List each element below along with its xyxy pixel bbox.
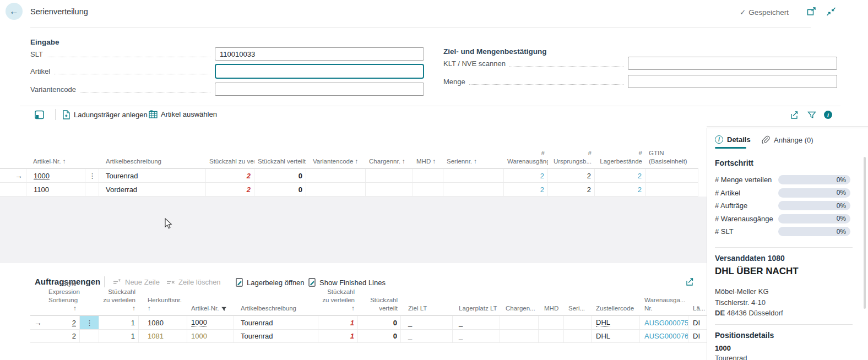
position-beschreibung: Tourenrad: [715, 354, 747, 360]
column-header[interactable]: Herkunftsnr. ↑: [139, 296, 187, 315]
column-header[interactable]: Lä...: [688, 304, 707, 315]
neue-zeile-label: Neue Zeile: [125, 278, 160, 286]
document-add-icon: [62, 110, 70, 119]
slt-label: SLT: [30, 50, 43, 58]
column-header[interactable]: # Warenausgänge: [504, 149, 548, 168]
table-row[interactable]: 1100 Vorderrad 2 0 2 2 2: [0, 183, 698, 197]
column-header[interactable]: Variantencode ↑: [306, 157, 366, 168]
table-row[interactable]: → 2 ⋮ 1 1080 1000 Tourenrad 1 0 _ _ DHL …: [30, 316, 707, 330]
column-header[interactable]: MHD: [539, 304, 564, 315]
lagerbeleg-oeffnen-button[interactable]: Lagerbeleg öffnen: [236, 278, 305, 287]
klt-label: KLT / NVE scannen: [443, 59, 506, 68]
column-header[interactable]: Stückzahl zu verteilen: [206, 157, 254, 168]
klt-nve-input[interactable]: [628, 57, 837, 70]
tab-details[interactable]: i Details: [715, 135, 751, 144]
column-header[interactable]: GTIN (Basiseinheit): [645, 149, 698, 168]
info-icon[interactable]: i: [824, 111, 832, 119]
table-row[interactable]: → 1000 ⋮ Tourenrad 2 0 2 2 2: [0, 169, 698, 183]
layout-options-icon[interactable]: [35, 110, 44, 119]
column-header[interactable]: Zustellercode: [592, 304, 640, 315]
lagerbeleg-oeffnen-label: Lagerbeleg öffnen: [247, 279, 305, 287]
column-header[interactable]: Chargennr. ↑: [366, 157, 413, 168]
check-icon: ✓: [740, 8, 746, 17]
column-header[interactable]: Stückzahl verteilt: [254, 157, 306, 168]
laendercode-link[interactable]: DI: [693, 319, 700, 327]
column-filter-icon: [221, 306, 227, 313]
column-header[interactable]: Ziel LT: [401, 304, 453, 315]
mouse-cursor: [165, 218, 172, 230]
column-header[interactable]: Artikelbeschreibung: [234, 304, 318, 315]
field-row-artikel: Artikel: [30, 64, 424, 79]
document-edit-icon: [236, 278, 243, 287]
artikel-nr-link[interactable]: 1000: [34, 172, 50, 180]
column-header[interactable]: Warenausga... Nr.: [640, 296, 688, 315]
section-heading-ziel: Ziel- und Mengenbestätigung: [443, 47, 547, 56]
versanddaten-heading: Versanddaten 1080: [715, 254, 785, 263]
artikel-auswaehlen-button[interactable]: Artikel auswählen: [149, 110, 217, 118]
back-button[interactable]: ←: [6, 3, 23, 20]
lagerbestaende-link[interactable]: 2: [638, 186, 642, 194]
row-menu-icon[interactable]: ⋮: [86, 319, 93, 327]
column-header[interactable]: Artikel-Nr. ↑: [26, 157, 85, 168]
table-row[interactable]: 2 1 1081 1000 Tourenrad 1 0 _ _ DHL AUSG…: [30, 330, 707, 343]
filter-icon[interactable]: [807, 111, 816, 119]
current-row-icon: →: [34, 318, 42, 327]
progress-row: # Aufträge 0%: [715, 199, 850, 212]
column-header[interactable]: Seriennr. ↑: [443, 157, 504, 168]
artikel-input[interactable]: [215, 64, 424, 79]
neue-zeile-button[interactable]: Neue Zeile: [112, 278, 160, 286]
lagerbestaende-link[interactable]: 2: [638, 172, 642, 180]
column-header[interactable]: Stückzahl verteilt: [358, 296, 401, 315]
column-header[interactable]: Chargen...: [500, 304, 539, 315]
open-in-new-window-icon[interactable]: [806, 6, 817, 17]
versand-address: Möbel-Meller KG Tischlerstr. 4-10 DE 484…: [715, 286, 783, 319]
progress-row: # Warenausgänge 0%: [715, 212, 850, 226]
collapse-icon[interactable]: [826, 6, 837, 17]
warenausgaenge-link[interactable]: 2: [540, 186, 544, 194]
column-header[interactable]: Lagerplatz LT: [453, 304, 500, 315]
address-street: Tischlerstr. 4-10: [715, 297, 783, 308]
progress-row: # Artikel 0%: [715, 187, 850, 200]
warenausgang-link[interactable]: AUSG000075: [644, 319, 688, 327]
column-header[interactable]: # Ursprungsb...: [548, 149, 595, 168]
show-finished-lines-button[interactable]: Show Finished Lines: [308, 278, 386, 287]
zeile-loeschen-button[interactable]: Zeile löschen: [166, 278, 221, 286]
artikel-nr-link[interactable]: 1000: [191, 318, 207, 327]
show-finished-lines-label: Show Finished Lines: [319, 279, 386, 287]
column-header[interactable]: Artikel-Nr.: [187, 304, 234, 315]
header-divider: [30, 28, 811, 28]
progress-bar: 0%: [778, 227, 850, 236]
menge-input[interactable]: [628, 75, 837, 88]
column-header[interactable]: MHD ↑: [413, 157, 443, 168]
artikel-auswaehlen-label: Artikel auswählen: [161, 110, 217, 118]
column-header[interactable]: Seri...: [564, 304, 592, 315]
main-table-header: Artikel-Nr. ↑ Artikelbeschreibung Stückz…: [0, 146, 698, 169]
factbox-scrollbar[interactable]: [864, 157, 866, 309]
column-header[interactable]: Style Expression Sortierung ↑: [45, 280, 80, 315]
toolbar-separator: [104, 276, 105, 287]
versand-service: DHL ÜBER NACHT: [715, 266, 799, 277]
warenausgang-link[interactable]: AUSG000076: [644, 332, 688, 340]
column-header[interactable]: Stückzahl zu verteilen ↑: [99, 288, 139, 315]
row-menu-icon[interactable]: ⋮: [89, 172, 95, 180]
share-icon[interactable]: [685, 277, 695, 286]
info-icon: i: [715, 135, 723, 144]
variantencode-input[interactable]: [215, 83, 424, 96]
save-status: ✓ Gespeichert: [740, 8, 789, 17]
sortierung-link[interactable]: 2: [72, 319, 76, 327]
dotted-leader: [509, 61, 623, 67]
auftragsmengen-table-header: Style Expression Sortierung ↑ Stückzahl …: [30, 291, 707, 316]
column-header[interactable]: Artikelbeschreibung: [99, 157, 206, 168]
document-edit-icon: [308, 278, 316, 287]
warenausgaenge-link[interactable]: 2: [540, 172, 544, 180]
column-header[interactable]: # Lagerbestände: [595, 149, 645, 168]
zustellercode-link[interactable]: DHL: [596, 318, 610, 327]
share-icon[interactable]: [789, 111, 799, 119]
ladungstraeger-anlegen-button[interactable]: Ladungsträger anlegen: [62, 110, 148, 119]
field-row-klt: KLT / NVE scannen: [443, 57, 837, 70]
slt-input[interactable]: [215, 47, 424, 61]
toolbar-divider-top: [20, 106, 840, 106]
column-header[interactable]: Stückzahl zu verteilen ↑: [318, 288, 358, 315]
tab-anhaenge[interactable]: Anhänge (0): [761, 135, 813, 144]
factbox-divider: [715, 324, 853, 325]
